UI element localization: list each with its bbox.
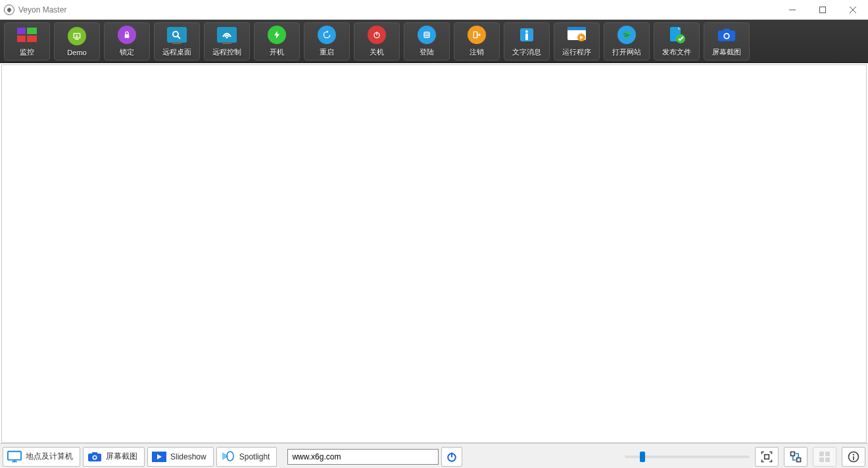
- svg-marker-15: [274, 31, 279, 39]
- publish-file-button[interactable]: 发布文件: [654, 22, 700, 60]
- window-titlebar: Veyon Master: [0, 0, 868, 20]
- lock-icon: [117, 25, 137, 45]
- spotlight-label: Spotlight: [239, 452, 270, 461]
- remote-control-icon: [217, 25, 237, 45]
- logout-icon: [467, 25, 487, 45]
- svg-marker-9: [76, 35, 78, 37]
- svg-marker-24: [479, 33, 481, 36]
- spotlight-tab[interactable]: Spotlight: [216, 447, 277, 467]
- svg-point-14: [226, 37, 228, 39]
- demo-button[interactable]: Demo: [54, 22, 100, 60]
- svg-rect-11: [125, 34, 130, 37]
- remote-control-button[interactable]: 远程控制: [204, 22, 250, 60]
- svg-rect-52: [765, 454, 769, 459]
- camera-icon: [717, 25, 736, 45]
- svg-rect-19: [425, 34, 429, 34]
- window-maximize-button[interactable]: [808, 0, 838, 20]
- screenshots-tab[interactable]: 屏幕截图: [83, 447, 145, 467]
- svg-rect-44: [92, 452, 97, 454]
- run-program-button[interactable]: 运行程序: [554, 22, 600, 60]
- svg-point-26: [525, 30, 528, 33]
- power-small-icon: [445, 450, 458, 463]
- svg-point-62: [853, 454, 854, 455]
- app-icon: [4, 5, 14, 15]
- computers-view: [1, 64, 867, 443]
- fit-icon: [760, 450, 773, 463]
- open-website-button[interactable]: 打开网站: [604, 22, 650, 60]
- monitoring-icon: [17, 25, 37, 45]
- info-icon: [847, 450, 860, 463]
- login-button[interactable]: 登陆: [404, 22, 450, 60]
- arrange-button[interactable]: [784, 447, 808, 467]
- svg-rect-5: [27, 28, 37, 34]
- monitoring-label: 监控: [20, 47, 34, 57]
- logout-label: 注销: [470, 47, 484, 57]
- window-title: Veyon Master: [18, 5, 66, 14]
- demo-label: Demo: [67, 49, 86, 57]
- svg-rect-57: [819, 452, 824, 456]
- window-minimize-button[interactable]: [777, 0, 808, 20]
- refresh-icon: [317, 25, 337, 45]
- svg-rect-40: [8, 451, 21, 459]
- lock-button[interactable]: 锁定: [104, 22, 150, 60]
- message-icon: [517, 25, 537, 45]
- svg-rect-1: [820, 7, 826, 12]
- svg-marker-16: [327, 30, 329, 33]
- play-icon: [152, 451, 166, 463]
- remote-desktop-label: 远程桌面: [162, 47, 191, 57]
- demo-icon: [67, 26, 87, 46]
- svg-rect-60: [825, 457, 830, 462]
- svg-rect-4: [17, 28, 26, 34]
- minimize-icon: [789, 7, 796, 13]
- locations-tab[interactable]: 地点及计算机: [3, 447, 80, 467]
- slideshow-label: Slideshow: [170, 452, 206, 461]
- svg-rect-59: [819, 457, 824, 462]
- remote-desktop-button[interactable]: 远程桌面: [154, 22, 200, 60]
- grid-view-button[interactable]: [813, 447, 836, 467]
- fit-view-button[interactable]: [755, 447, 779, 467]
- reboot-label: 重启: [320, 47, 334, 57]
- text-message-button[interactable]: 文字消息: [504, 22, 550, 60]
- svg-line-13: [178, 36, 180, 39]
- globe-icon: [617, 25, 637, 45]
- arrange-icon: [789, 450, 802, 463]
- monitoring-button[interactable]: 监控: [4, 22, 50, 60]
- svg-point-12: [173, 32, 178, 37]
- power-off-button[interactable]: 关机: [354, 22, 400, 60]
- screenshot-button[interactable]: 屏幕截图: [704, 22, 750, 60]
- close-icon: [850, 7, 856, 13]
- svg-point-39: [725, 34, 729, 38]
- svg-rect-20: [425, 35, 429, 36]
- power-on-button[interactable]: 开机: [254, 22, 300, 60]
- svg-rect-37: [723, 29, 729, 32]
- url-input[interactable]: [287, 449, 439, 465]
- screenshot-label: 屏幕截图: [712, 47, 741, 57]
- svg-rect-54: [797, 457, 801, 461]
- run-program-label: 运行程序: [562, 47, 591, 57]
- grid-icon: [819, 451, 831, 463]
- slideshow-tab[interactable]: Slideshow: [147, 447, 214, 467]
- run-icon: [567, 25, 587, 45]
- bolt-icon: [267, 25, 287, 45]
- power-off-label: 关机: [370, 47, 384, 57]
- open-website-label: 打开网站: [612, 47, 641, 57]
- svg-rect-21: [424, 32, 429, 37]
- info-button[interactable]: [842, 447, 865, 467]
- monitor-icon: [7, 451, 22, 463]
- bottom-power-button[interactable]: [441, 447, 462, 467]
- power-on-label: 开机: [270, 47, 284, 57]
- svg-rect-22: [473, 32, 477, 37]
- main-toolbar: 监控 Demo 锁定 远程桌面: [0, 20, 868, 63]
- remote-desktop-icon: [167, 25, 187, 45]
- login-label: 登陆: [420, 47, 434, 57]
- svg-rect-27: [525, 34, 528, 40]
- logout-button[interactable]: 注销: [454, 22, 500, 60]
- window-close-button[interactable]: [838, 0, 868, 20]
- remote-control-label: 远程控制: [212, 47, 241, 57]
- spotlight-icon: [221, 451, 235, 463]
- publish-file-label: 发布文件: [662, 47, 691, 57]
- reboot-button[interactable]: 重启: [304, 22, 350, 60]
- svg-rect-53: [791, 452, 795, 456]
- zoom-slider[interactable]: [625, 450, 750, 463]
- lock-label: 锁定: [120, 47, 134, 57]
